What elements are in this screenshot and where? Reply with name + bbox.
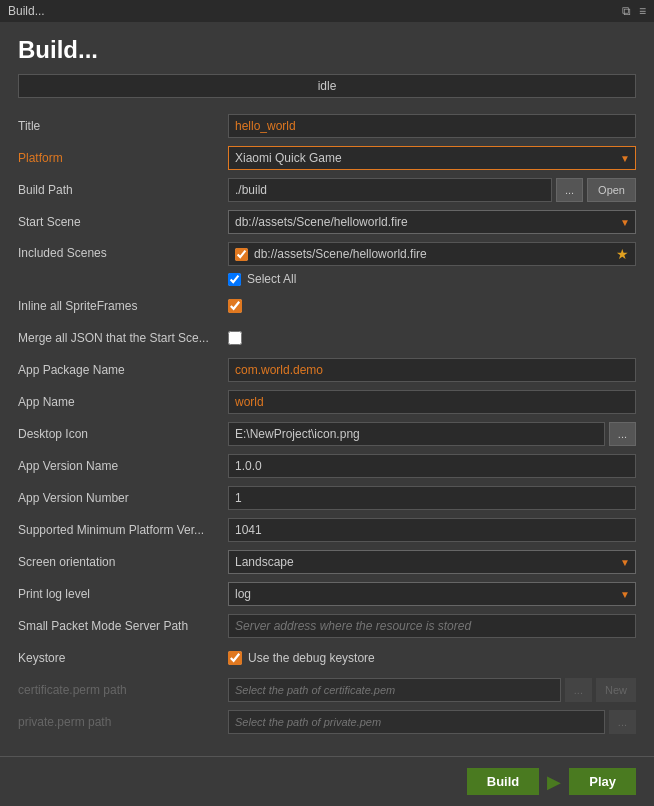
platform-select[interactable]: Xiaomi Quick Game Android iOS Web Mobile [228,146,636,170]
app-version-name-input[interactable] [228,454,636,478]
screen-orientation-row: Screen orientation Landscape Portrait Au… [18,550,636,574]
build-path-row: Build Path ... Open [18,178,636,202]
app-package-label: App Package Name [18,363,228,377]
cert-pem-row: certificate.perm path ... New [18,678,636,702]
cert-pem-new-button[interactable]: New [596,678,636,702]
select-all-label: Select All [247,272,296,286]
cert-pem-label: certificate.perm path [18,683,228,697]
private-pem-label: private.perm path [18,715,228,729]
window-title: Build... [18,36,636,64]
supported-min-input[interactable] [228,518,636,542]
scene-item: db://assets/Scene/helloworld.fire ★ [228,242,636,266]
merge-json-checkbox-row [228,331,242,345]
cert-pem-browse-button[interactable]: ... [565,678,592,702]
print-log-select-wrapper[interactable]: log warn error silent ▼ [228,582,636,606]
desktop-icon-row: Desktop Icon ... [18,422,636,446]
play-button[interactable]: Play [569,768,636,795]
keystore-checkbox-row: Use the debug keystore [228,651,375,665]
print-log-label: Print log level [18,587,228,601]
platform-select-wrapper[interactable]: Xiaomi Quick Game Android iOS Web Mobile… [228,146,636,170]
title-bar: Build... ⧉ ≡ [0,0,654,22]
supported-min-row: Supported Minimum Platform Ver... [18,518,636,542]
start-scene-select[interactable]: db://assets/Scene/helloworld.fire [228,210,636,234]
small-packet-input[interactable] [228,614,636,638]
footer: Build ▶ Play [0,756,654,806]
screen-orientation-select[interactable]: Landscape Portrait Auto [228,550,636,574]
included-scenes-row: Included Scenes db://assets/Scene/hellow… [18,242,636,286]
merge-json-row: Merge all JSON that the Start Sce... [18,326,636,350]
app-version-number-input[interactable] [228,486,636,510]
small-packet-label: Small Packet Mode Server Path [18,619,228,633]
cert-pem-input[interactable] [228,678,561,702]
private-pem-input[interactable] [228,710,605,734]
arrow-icon: ▶ [547,771,561,793]
app-version-name-label: App Version Name [18,459,228,473]
app-version-number-row: App Version Number [18,486,636,510]
included-scenes-area: db://assets/Scene/helloworld.fire ★ Sele… [228,242,636,286]
build-path-group: ... Open [228,178,636,202]
inline-sprites-label: Inline all SpriteFrames [18,299,228,313]
build-path-label: Build Path [18,183,228,197]
start-scene-label: Start Scene [18,215,228,229]
title-bar-text: Build... [8,4,45,18]
print-log-select[interactable]: log warn error silent [228,582,636,606]
app-package-row: App Package Name [18,358,636,382]
app-name-input[interactable] [228,390,636,414]
supported-min-label: Supported Minimum Platform Ver... [18,523,228,537]
inline-sprites-checkbox[interactable] [228,299,242,313]
platform-row: Platform Xiaomi Quick Game Android iOS W… [18,146,636,170]
desktop-icon-label: Desktop Icon [18,427,228,441]
select-all-row: Select All [228,272,636,286]
private-pem-row: private.perm path ... [18,710,636,734]
inline-sprites-checkbox-row [228,299,242,313]
start-scene-row: Start Scene db://assets/Scene/helloworld… [18,210,636,234]
build-path-open-button[interactable]: Open [587,178,636,202]
title-bar-controls: ⧉ ≡ [622,4,646,18]
app-name-label: App Name [18,395,228,409]
screen-orientation-label: Screen orientation [18,555,228,569]
keystore-label: Keystore [18,651,228,665]
small-packet-row: Small Packet Mode Server Path [18,614,636,638]
title-row: Title [18,114,636,138]
app-package-input[interactable] [228,358,636,382]
status-bar: idle [18,74,636,98]
app-version-name-row: App Version Name [18,454,636,478]
keystore-row: Keystore Use the debug keystore [18,646,636,670]
desktop-icon-browse-button[interactable]: ... [609,422,636,446]
platform-label: Platform [18,151,228,165]
inline-sprites-row: Inline all SpriteFrames [18,294,636,318]
desktop-icon-group: ... [228,422,636,446]
keystore-checkbox[interactable] [228,651,242,665]
star-icon: ★ [616,246,629,262]
select-all-checkbox[interactable] [228,273,241,286]
restore-icon[interactable]: ⧉ [622,4,631,18]
window-header: Build... [0,22,654,74]
scene-name: db://assets/Scene/helloworld.fire [254,247,610,261]
scene-checkbox[interactable] [235,248,248,261]
desktop-icon-input[interactable] [228,422,605,446]
start-scene-select-wrapper[interactable]: db://assets/Scene/helloworld.fire ▼ [228,210,636,234]
app-version-number-label: App Version Number [18,491,228,505]
build-button[interactable]: Build [467,768,540,795]
merge-json-label: Merge all JSON that the Start Sce... [18,331,228,345]
private-pem-group: ... [228,710,636,734]
merge-json-checkbox[interactable] [228,331,242,345]
title-input[interactable] [228,114,636,138]
app-name-row: App Name [18,390,636,414]
menu-icon[interactable]: ≡ [639,4,646,18]
title-label: Title [18,119,228,133]
cert-pem-group: ... New [228,678,636,702]
screen-orientation-select-wrapper[interactable]: Landscape Portrait Auto ▼ [228,550,636,574]
build-path-browse-button[interactable]: ... [556,178,583,202]
keystore-checkbox-label: Use the debug keystore [248,651,375,665]
print-log-row: Print log level log warn error silent ▼ [18,582,636,606]
status-text: idle [318,79,337,93]
private-pem-browse-button[interactable]: ... [609,710,636,734]
build-path-input[interactable] [228,178,552,202]
included-scenes-label: Included Scenes [18,246,228,260]
form-content: Title Platform Xiaomi Quick Game Android… [0,108,654,742]
